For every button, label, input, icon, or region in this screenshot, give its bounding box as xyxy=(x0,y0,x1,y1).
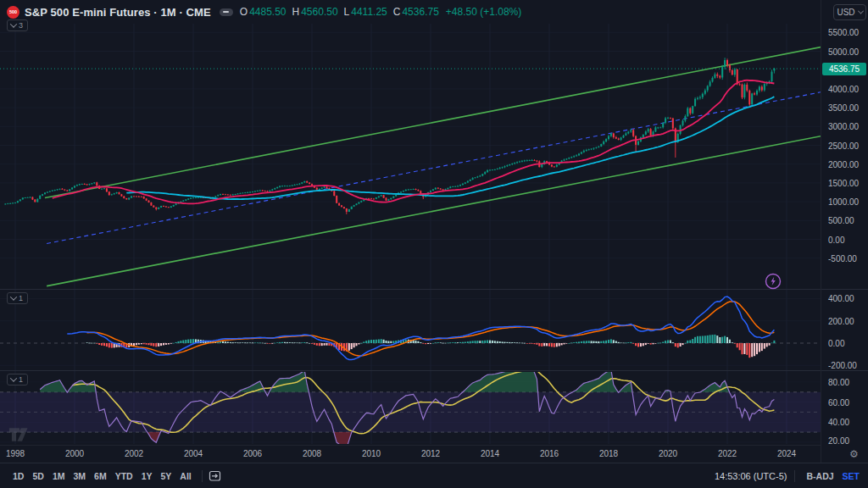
price-tick-label: 3000.00 xyxy=(828,122,859,131)
range-button-1y[interactable]: 1Y xyxy=(137,469,157,484)
year-tick-label: 2022 xyxy=(713,449,742,458)
rsi-tick-label: 80.00 xyxy=(828,377,849,386)
change-value: +48.50 (+1.08%) xyxy=(446,6,521,18)
high-label: H xyxy=(292,6,300,18)
price-tick-label: 3500.00 xyxy=(828,103,859,113)
clock[interactable]: 14:53:06 (UTC-5) xyxy=(715,471,787,481)
settlement-toggle[interactable]: SET xyxy=(843,471,860,481)
price-tick-label: 2500.00 xyxy=(828,141,859,150)
year-tick-label: 2020 xyxy=(654,449,682,458)
year-tick-label: 2006 xyxy=(238,449,267,458)
year-tick-label: 2000 xyxy=(60,449,89,458)
calendar-go-to-date-icon xyxy=(209,469,221,482)
indicator-count: 3 xyxy=(19,21,23,30)
chevron-down-icon xyxy=(10,20,17,27)
macd-pane-legend-toggle[interactable]: 1 xyxy=(7,292,28,304)
go-to-date-button[interactable] xyxy=(209,469,221,482)
rsi-tick-label: 20.00 xyxy=(828,436,849,446)
low-value: 4411.25 xyxy=(351,6,387,18)
chevron-down-icon xyxy=(10,293,17,300)
instant-trading-icon[interactable] xyxy=(764,272,782,291)
currency-dropdown[interactable]: USD xyxy=(833,4,866,20)
tradingview-app: 500 S&P 500 E-mini Futures · 1M · CME O4… xyxy=(0,0,868,488)
year-tick-label: 2016 xyxy=(535,449,564,458)
symbol-logo: 500 xyxy=(7,6,19,19)
bottom-toolbar: 1D5D1M3M6MYTD1Y5YAll 14:53:06 (UTC-5) B-… xyxy=(0,463,868,488)
range-button-1d[interactable]: 1D xyxy=(8,469,28,484)
legend-hide-button[interactable] xyxy=(220,8,233,16)
year-tick-label: 2008 xyxy=(298,449,326,458)
indicator-count: 1 xyxy=(19,375,23,384)
year-tick-label: 2004 xyxy=(179,449,208,458)
close-label: C xyxy=(393,6,401,18)
price-axis[interactable]: USD 5500.005000.004000.003500.003000.002… xyxy=(821,0,868,463)
year-tick-label: 2010 xyxy=(357,449,386,458)
price-pane[interactable] xyxy=(0,47,822,286)
range-button-3m[interactable]: 3M xyxy=(69,469,90,484)
ohlc-values: O4485.50 H4560.50 L4411.25 C4536.75 +48.… xyxy=(240,6,521,18)
range-button-6m[interactable]: 6M xyxy=(90,469,111,484)
price-tick-label: 5500.00 xyxy=(828,28,859,37)
range-button-1m[interactable]: 1M xyxy=(48,469,70,484)
price-tick-label: 5000.00 xyxy=(828,47,859,56)
range-button-ytd[interactable]: YTD xyxy=(111,469,137,484)
price-tick-label: 0.00 xyxy=(828,235,844,244)
time-axis[interactable]: 1998200020022004200620082010201220142016… xyxy=(0,445,821,463)
price-tick-label: -500.00 xyxy=(828,253,857,263)
rsi-pane-legend-toggle[interactable]: 1 xyxy=(7,374,28,385)
toolbar-divider xyxy=(794,470,795,482)
main-pane-legend-toggle[interactable]: 3 xyxy=(7,19,28,31)
last-price-badge: 4536.75 xyxy=(822,63,866,75)
open-label: O xyxy=(240,6,248,18)
year-tick-label: 2002 xyxy=(120,449,148,458)
price-tick-label: 2000.00 xyxy=(828,159,859,169)
price-tick-label: 4000.00 xyxy=(828,84,859,93)
symbol-header: 500 S&P 500 E-mini Futures · 1M · CME O4… xyxy=(7,4,521,19)
range-buttons: 1D5D1M3M6MYTD1Y5YAll xyxy=(8,469,196,484)
range-button-5y[interactable]: 5Y xyxy=(157,469,176,484)
year-tick-label: 2024 xyxy=(772,449,801,458)
year-tick-label: 2012 xyxy=(416,449,445,458)
price-tick-label: 1000.00 xyxy=(828,197,859,207)
close-value: 4536.75 xyxy=(402,6,438,18)
gear-icon[interactable]: ⚙ xyxy=(849,449,859,459)
macd-tick-label: 200.00 xyxy=(828,316,854,325)
rsi-tick-label: 60.00 xyxy=(828,397,849,407)
price-tick-label: 500.00 xyxy=(828,216,854,225)
macd-tick-label: 400.00 xyxy=(828,294,854,303)
currency-label: USD xyxy=(837,8,854,17)
range-button-5d[interactable]: 5D xyxy=(28,469,47,484)
high-value: 4560.50 xyxy=(301,6,337,18)
toolbar-divider xyxy=(202,470,203,482)
symbol-title[interactable]: S&P 500 E-mini Futures · 1M · CME xyxy=(25,6,211,19)
macd-pane[interactable] xyxy=(0,297,821,359)
pane-dividers xyxy=(0,290,868,371)
chevron-down-icon xyxy=(858,8,864,14)
range-button-all[interactable]: All xyxy=(175,469,195,484)
chevron-down-icon xyxy=(10,374,17,381)
chart-canvas[interactable] xyxy=(0,0,868,463)
year-tick-label: 1998 xyxy=(1,449,30,458)
toolbar-right: 14:53:06 (UTC-5) B-ADJ SET xyxy=(715,470,860,482)
rsi-pane[interactable] xyxy=(0,368,821,448)
indicator-count: 1 xyxy=(19,294,23,302)
grid-lines xyxy=(0,24,821,444)
year-tick-label: 2018 xyxy=(594,449,623,458)
tradingview-logo xyxy=(8,427,31,442)
year-tick-label: 2014 xyxy=(476,449,504,458)
adjust-data-toggle[interactable]: B-ADJ xyxy=(806,471,833,481)
price-tick-label: 1500.00 xyxy=(828,178,859,187)
macd-tick-label: -200.00 xyxy=(828,361,857,370)
rsi-tick-label: 40.00 xyxy=(828,418,849,427)
open-value: 4485.50 xyxy=(249,6,286,18)
macd-tick-label: 0.00 xyxy=(828,339,844,348)
low-label: L xyxy=(344,6,350,18)
